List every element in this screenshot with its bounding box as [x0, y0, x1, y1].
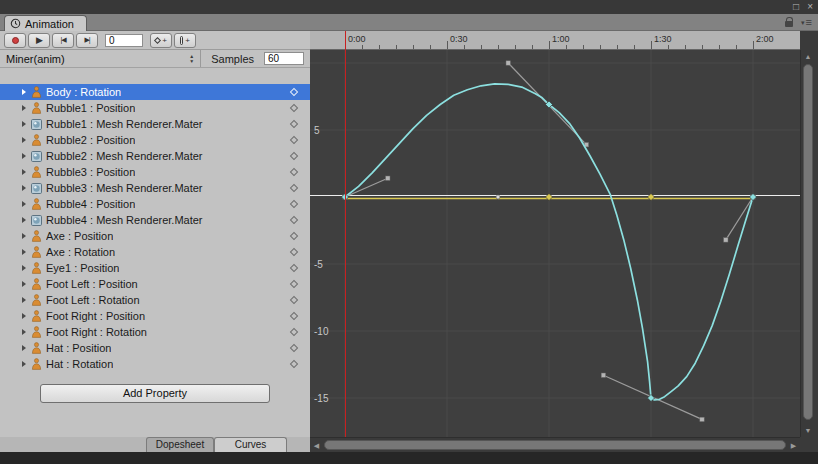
- keyframe-diamond-icon[interactable]: [290, 360, 298, 368]
- foldout-arrow-icon[interactable]: [22, 265, 26, 271]
- property-row[interactable]: Foot Left : Position: [0, 276, 310, 292]
- foldout-arrow-icon[interactable]: [22, 201, 26, 207]
- tab-curves[interactable]: Curves: [214, 437, 287, 452]
- foldout-arrow-icon[interactable]: [22, 121, 26, 127]
- scroll-down-icon[interactable]: ▼: [801, 424, 815, 437]
- keyframe-diamond-icon[interactable]: [290, 184, 298, 192]
- foldout-arrow-icon[interactable]: [22, 313, 26, 319]
- foldout-arrow-icon[interactable]: [22, 249, 26, 255]
- add-property-button[interactable]: Add Property: [40, 384, 270, 403]
- horizontal-scrollbar-thumb[interactable]: [324, 440, 786, 450]
- property-row[interactable]: Rubble2 : Mesh Renderer.Mater: [0, 148, 310, 164]
- scroll-left-icon[interactable]: ◀: [310, 438, 323, 453]
- keyframe-diamond-icon[interactable]: [290, 88, 298, 96]
- keyframe-diamond-icon[interactable]: [290, 296, 298, 304]
- tangent-handle-end[interactable]: [724, 238, 728, 242]
- scroll-up-icon[interactable]: ▲: [801, 50, 815, 63]
- samples-label: Samples: [211, 53, 254, 65]
- lock-icon[interactable]: [785, 21, 793, 27]
- property-row[interactable]: Foot Right : Rotation: [0, 324, 310, 340]
- keyframe[interactable]: [647, 193, 654, 200]
- frame-field[interactable]: [105, 34, 143, 47]
- samples-field[interactable]: [264, 52, 304, 65]
- keyframe-diamond-icon[interactable]: [290, 152, 298, 160]
- clip-name: Miner(anim): [6, 53, 189, 65]
- foldout-arrow-icon[interactable]: [22, 217, 26, 223]
- foldout-arrow-icon[interactable]: [22, 153, 26, 159]
- last-key-button[interactable]: ▶|: [76, 33, 98, 48]
- property-row[interactable]: Hat : Position: [0, 340, 310, 356]
- keyframe-diamond-icon[interactable]: [290, 136, 298, 144]
- animation-toolbar: ▶ |◀ ▶| + +: [0, 31, 310, 50]
- foldout-arrow-icon[interactable]: [22, 329, 26, 335]
- restore-window-icon[interactable]: □: [793, 1, 799, 13]
- keyframe-diamond-icon[interactable]: [290, 248, 298, 256]
- property-row[interactable]: Rubble1 : Mesh Renderer.Mater: [0, 116, 310, 132]
- property-row[interactable]: Rubble3 : Position: [0, 164, 310, 180]
- avatar-icon: [30, 198, 42, 210]
- keyframe-diamond-icon[interactable]: [290, 120, 298, 128]
- keyframe-diamond-icon[interactable]: [290, 168, 298, 176]
- horizontal-scrollbar[interactable]: ◀ ▶: [310, 437, 800, 452]
- foldout-arrow-icon[interactable]: [22, 233, 26, 239]
- foldout-arrow-icon[interactable]: [22, 185, 26, 191]
- property-row[interactable]: Axe : Position: [0, 228, 310, 244]
- property-row[interactable]: Foot Left : Rotation: [0, 292, 310, 308]
- first-key-button[interactable]: |◀: [52, 33, 74, 48]
- property-row[interactable]: Rubble4 : Mesh Renderer.Mater: [0, 212, 310, 228]
- tangent-handle[interactable]: [726, 197, 753, 240]
- property-row[interactable]: Foot Right : Position: [0, 308, 310, 324]
- keyframe-diamond-icon[interactable]: [290, 216, 298, 224]
- tangent-handle[interactable]: [345, 178, 388, 197]
- window-menu-icon[interactable]: ▾ ≡: [801, 17, 812, 28]
- foldout-arrow-icon[interactable]: [22, 361, 26, 367]
- tab-dopesheet[interactable]: Dopesheet: [146, 437, 214, 452]
- foldout-arrow-icon[interactable]: [22, 281, 26, 287]
- tangent-handle-end[interactable]: [700, 417, 704, 421]
- clip-dropdown[interactable]: Miner(anim) ▲▼: [6, 50, 201, 67]
- foldout-arrow-icon[interactable]: [22, 297, 26, 303]
- vertical-scrollbar[interactable]: ▲ ▼: [800, 50, 814, 437]
- foldout-arrow-icon[interactable]: [22, 105, 26, 111]
- foldout-arrow-icon[interactable]: [22, 345, 26, 351]
- timeline-ruler[interactable]: 0:000:301:001:302:00: [310, 31, 800, 50]
- property-row[interactable]: Hat : Rotation: [0, 356, 310, 372]
- property-row[interactable]: Body : Rotation: [0, 84, 310, 100]
- keyframe[interactable]: [749, 193, 756, 200]
- property-row[interactable]: Rubble4 : Position: [0, 196, 310, 212]
- tab-strip: Animation ▾ ≡: [0, 14, 818, 31]
- property-row[interactable]: Rubble2 : Position: [0, 132, 310, 148]
- keyframe-diamond-icon[interactable]: [290, 312, 298, 320]
- close-window-icon[interactable]: ×: [807, 1, 813, 13]
- tangent-handle-end[interactable]: [386, 176, 390, 180]
- property-row[interactable]: Rubble3 : Mesh Renderer.Mater: [0, 180, 310, 196]
- curve-editor[interactable]: 5-5-10-15: [310, 50, 800, 437]
- keyframe-diamond-icon[interactable]: [290, 264, 298, 272]
- tangent-handle-end[interactable]: [506, 61, 510, 65]
- foldout-arrow-icon[interactable]: [22, 169, 26, 175]
- keyframe-diamond-icon[interactable]: [290, 200, 298, 208]
- play-button[interactable]: ▶: [28, 33, 50, 48]
- dropdown-arrows-icon: ▲▼: [189, 54, 194, 63]
- record-button[interactable]: [4, 33, 26, 48]
- add-keyframe-button[interactable]: +: [150, 33, 172, 48]
- property-row[interactable]: Rubble1 : Position: [0, 100, 310, 116]
- keyframe-diamond-icon[interactable]: [290, 344, 298, 352]
- keyframe-diamond-icon[interactable]: [290, 232, 298, 240]
- tangent-handle-end[interactable]: [601, 373, 605, 377]
- keyframe-diamond-icon[interactable]: [290, 328, 298, 336]
- add-event-button[interactable]: +: [174, 33, 196, 48]
- tab-animation[interactable]: Animation: [4, 15, 87, 31]
- property-row[interactable]: Axe : Rotation: [0, 244, 310, 260]
- foldout-arrow-icon[interactable]: [22, 89, 26, 95]
- ruler-tick-label: 1:00: [552, 34, 570, 44]
- keyframe[interactable]: [545, 193, 552, 200]
- keyframe-diamond-icon[interactable]: [290, 104, 298, 112]
- playhead-line[interactable]: [345, 31, 346, 437]
- scroll-right-icon[interactable]: ▶: [787, 438, 800, 453]
- clip-bar: Miner(anim) ▲▼ Samples: [0, 50, 310, 68]
- property-row[interactable]: Eye1 : Position: [0, 260, 310, 276]
- vertical-scrollbar-thumb[interactable]: [803, 64, 813, 420]
- keyframe-diamond-icon[interactable]: [290, 280, 298, 288]
- foldout-arrow-icon[interactable]: [22, 137, 26, 143]
